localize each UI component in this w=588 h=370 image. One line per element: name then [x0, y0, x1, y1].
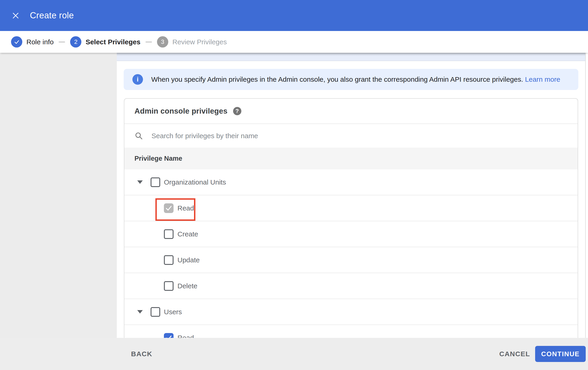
- collapse-arrow-icon[interactable]: [137, 310, 143, 313]
- info-icon: i: [132, 74, 143, 85]
- create-role-dialog: Create role Role info 2 Select Privilege…: [0, 0, 588, 370]
- footer-action-bar: BACK CANCEL CONTINUE: [0, 338, 588, 370]
- dialog-title: Create role: [30, 0, 74, 31]
- column-header-privilege-name: Privilege Name: [124, 148, 578, 170]
- scrollbar-gutter[interactable]: [585, 53, 586, 338]
- step-role-info[interactable]: Role info: [11, 36, 53, 48]
- banner-text: When you specify Admin privileges in the…: [151, 76, 560, 83]
- privilege-row-users: Users: [124, 299, 578, 325]
- dialog-header: Create role: [0, 0, 588, 31]
- info-banner: i When you specify Admin privileges in t…: [124, 69, 578, 90]
- admin-privileges-card: Admin console privileges ? Search for pr…: [124, 98, 578, 370]
- privilege-label: Create: [178, 230, 198, 238]
- step-connector: [59, 41, 65, 42]
- check-icon: [11, 36, 22, 48]
- privilege-row-delete: Delete: [124, 273, 578, 299]
- left-sidebar-panel: [0, 53, 117, 338]
- privilege-search-field[interactable]: Search for privileges by their name: [124, 124, 578, 148]
- continue-button[interactable]: CONTINUE: [535, 346, 586, 362]
- checkbox-delete[interactable]: [164, 281, 174, 291]
- search-icon: [135, 131, 143, 140]
- privilege-row-read: Read: [124, 195, 578, 221]
- privilege-row-organizational-units: Organizational Units: [124, 170, 578, 195]
- banner-message: When you specify Admin privileges in the…: [151, 76, 523, 83]
- step-label: Review Privileges: [172, 38, 227, 46]
- privilege-label: Delete: [178, 282, 198, 290]
- step-connector: [146, 41, 152, 42]
- step-label: Role info: [26, 38, 53, 46]
- checkbox-update[interactable]: [164, 255, 174, 265]
- privilege-label: Users: [164, 308, 182, 316]
- step-review-privileges[interactable]: 3 Review Privileges: [157, 36, 227, 48]
- cancel-button[interactable]: CANCEL: [494, 338, 536, 370]
- card-title: Admin console privileges: [135, 107, 228, 115]
- card-heading-row: Admin console privileges ?: [124, 99, 578, 124]
- stepper: Role info 2 Select Privileges 3 Review P…: [0, 31, 588, 53]
- privilege-tree: Organizational UnitsReadCreateUpdateDele…: [124, 170, 578, 351]
- learn-more-link[interactable]: Learn more: [525, 76, 560, 83]
- step-number-badge: 3: [157, 36, 168, 48]
- checkbox-organizational-units[interactable]: [151, 177, 160, 187]
- back-button[interactable]: BACK: [126, 338, 158, 370]
- collapse-arrow-icon[interactable]: [137, 180, 143, 184]
- step-label: Select Privileges: [85, 38, 140, 46]
- red-highlight-box: [155, 198, 195, 221]
- checkbox-users[interactable]: [151, 307, 160, 317]
- question-mark-icon[interactable]: ?: [233, 107, 241, 115]
- privilege-row-create: Create: [124, 221, 578, 247]
- privilege-row-update: Update: [124, 247, 578, 273]
- step-number-badge: 2: [70, 36, 81, 48]
- scrolled-content-strip: [117, 53, 585, 61]
- main-content-pane: i When you specify Admin privileges in t…: [117, 53, 586, 338]
- checkbox-create[interactable]: [164, 229, 174, 239]
- privilege-label: Organizational Units: [164, 178, 226, 186]
- close-icon[interactable]: [11, 0, 20, 31]
- search-placeholder: Search for privileges by their name: [151, 132, 258, 140]
- step-select-privileges[interactable]: 2 Select Privileges: [70, 36, 140, 48]
- privilege-label: Update: [178, 256, 200, 264]
